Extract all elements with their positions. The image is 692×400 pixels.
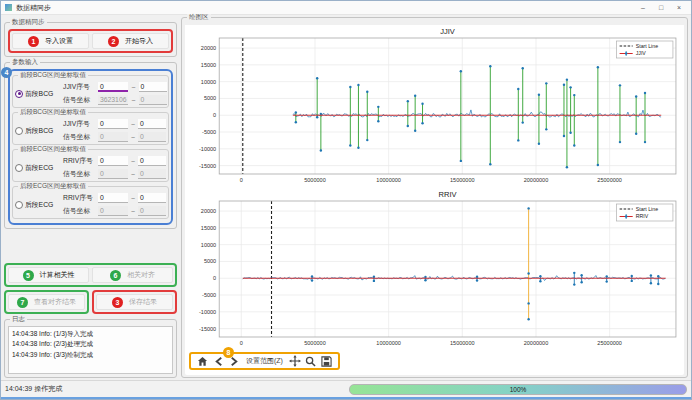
front-ecg-radio[interactable]: 前段ECG [15, 163, 61, 173]
log-group-title: 日志 [10, 316, 27, 323]
svg-text:-5000: -5000 [202, 129, 216, 135]
rriv-chart[interactable]: -15000-10000-500005000100001500020000050… [185, 188, 684, 351]
step-badge-1: 1 [28, 36, 39, 47]
step-badge-7: 7 [17, 297, 28, 308]
svg-text:5000000: 5000000 [304, 340, 325, 346]
jjiv-index-from-input[interactable]: 0 [98, 119, 128, 129]
title-bar: 数据精同步 – □ × [1, 1, 691, 15]
save-result-button[interactable]: 3 保存结果 [96, 294, 173, 310]
svg-text:-15000: -15000 [199, 163, 216, 169]
minimize-button[interactable]: – [635, 2, 651, 13]
back-icon[interactable] [212, 355, 224, 367]
progress-text: 100% [510, 386, 527, 393]
zoom-icon[interactable] [305, 355, 317, 367]
log-line: 14:04:38 Info: (2/3)处理完成 [12, 339, 169, 349]
svg-text:20000000: 20000000 [524, 177, 549, 183]
calc-correlation-label: 计算相关性 [40, 270, 75, 280]
params-group-title: 参数输入 [10, 59, 40, 66]
import-frame: 1 导入设置 2 开始导入 [8, 29, 173, 53]
view-align-result-button[interactable]: 7 查看对齐结果 [8, 294, 85, 310]
svg-text:20000000: 20000000 [524, 340, 549, 346]
set-range-button[interactable]: 设置范围(Z) [244, 356, 285, 366]
progress-bar: 100% [349, 384, 687, 395]
svg-text:15000000: 15000000 [450, 340, 475, 346]
signal-coord-from-input[interactable]: 0 [98, 132, 128, 142]
section-rear-bcg-title: 后段BCG区间坐标取值 [18, 109, 88, 116]
svg-text:0: 0 [213, 275, 216, 281]
toolbar-frame: 8 设置范围(Z) [189, 352, 340, 370]
svg-text:RRIV: RRIV [439, 190, 457, 199]
rear-bcg-radio[interactable]: 后段BCG [15, 126, 61, 136]
rriv-index-from-input[interactable]: 0 [98, 156, 128, 166]
save-icon[interactable] [321, 355, 333, 367]
signal-coord-to-input[interactable]: 0 [138, 206, 166, 216]
svg-text:15000000: 15000000 [450, 177, 475, 183]
log-group: 日志 14:04:38 Info: (1/3)导入完成 14:04:38 Inf… [4, 319, 177, 378]
plot-group: 绘图区 -15000-10000-50000500010000150002000… [181, 17, 688, 378]
section-front-ecg: 前段ECG区间坐标取值 前段ECG RRIV序号 0 ~ [12, 149, 169, 182]
jjiv-index-to-input[interactable]: 0 [139, 82, 167, 92]
svg-text:20000: 20000 [201, 208, 216, 214]
figure-canvas: -15000-10000-500005000100001500020000050… [185, 25, 684, 375]
section-front-bcg-title: 前段BCG区间坐标取值 [18, 72, 88, 79]
step-badge-3: 3 [112, 297, 123, 308]
view-result-frame: 7 查看对齐结果 [4, 290, 89, 314]
maximize-button[interactable]: □ [653, 2, 669, 13]
close-button[interactable]: × [671, 2, 687, 13]
svg-text:JJIV: JJIV [440, 27, 455, 36]
signal-coord-to-input[interactable]: 0 [139, 95, 167, 105]
app-icon [5, 4, 12, 11]
plot-group-title: 绘图区 [187, 14, 211, 21]
save-result-frame: 3 保存结果 [92, 290, 177, 314]
status-bar: 14:04:39 操作完成 100% [1, 380, 691, 397]
svg-text:10000: 10000 [201, 242, 216, 248]
radio-icon [15, 201, 23, 209]
pan-icon[interactable] [289, 355, 301, 367]
log-output[interactable]: 14:04:38 Info: (1/3)导入完成 14:04:38 Info: … [8, 326, 173, 374]
svg-text:Start Line: Start Line [636, 206, 658, 212]
radio-icon [15, 164, 23, 172]
params-group: 参数输入 4 前段BCG区间坐标取值 前段BCG [4, 62, 177, 229]
status-message: 14:04:39 操作完成 [5, 384, 62, 394]
svg-text:20000: 20000 [201, 45, 216, 51]
step-badge-4: 4 [1, 67, 12, 78]
params-frame: 4 前段BCG区间坐标取值 前段BCG JJIV序号 [8, 69, 173, 225]
svg-text:0: 0 [213, 112, 216, 118]
front-bcg-radio[interactable]: 前段BCG [15, 89, 61, 99]
section-rear-ecg: 后段ECG区间坐标取值 后段ECG RRIV序号 0 ~ [12, 186, 169, 219]
log-line: 14:04:39 Info: (3/3)绘制完成 [12, 350, 169, 360]
step-badge-6: 6 [110, 270, 121, 281]
correlation-align-button[interactable]: 6 相关对齐 [92, 267, 173, 283]
rriv-index-from-input[interactable]: 0 [98, 193, 128, 203]
step-badge-2: 2 [108, 36, 119, 47]
jjiv-index-to-input[interactable]: 0 [138, 119, 166, 129]
sync-group-title: 数据精同步 [10, 19, 47, 26]
signal-coord-from-input[interactable]: 0 [98, 169, 128, 179]
svg-text:25000000: 25000000 [597, 340, 622, 346]
signal-coord-to-input[interactable]: 0 [138, 169, 166, 179]
svg-text:5000: 5000 [204, 258, 216, 264]
signal-coord-to-input[interactable]: 0 [138, 132, 166, 142]
jjiv-chart[interactable]: -15000-10000-500005000100001500020000050… [185, 25, 684, 188]
start-import-button[interactable]: 2 开始导入 [92, 33, 169, 49]
correlation-frame: 5 计算相关性 6 相关对齐 [4, 263, 177, 287]
radio-icon [15, 127, 23, 135]
jjiv-index-from-input[interactable]: 0 [98, 82, 128, 92]
import-settings-button[interactable]: 1 导入设置 [12, 33, 89, 49]
section-front-bcg: 前段BCG区间坐标取值 前段BCG JJIV序号 0 ~ [12, 75, 169, 108]
rriv-index-to-input[interactable]: 0 [138, 156, 166, 166]
plot-panel: 绘图区 -15000-10000-50000500010000150002000… [179, 15, 691, 380]
home-icon[interactable] [196, 355, 208, 367]
window-title: 数据精同步 [16, 3, 51, 13]
app-window: 数据精同步 – □ × 数据精同步 1 导入设置 2 开始导入 [0, 0, 692, 400]
import-settings-label: 导入设置 [45, 36, 73, 46]
signal-coord-from-input[interactable]: 3623106 [98, 95, 128, 105]
calc-correlation-button[interactable]: 5 计算相关性 [8, 267, 89, 283]
signal-coord-from-input[interactable]: 0 [98, 206, 128, 216]
window-accent-strip [1, 397, 691, 399]
svg-text:Start Line: Start Line [636, 43, 658, 49]
rriv-index-to-input[interactable]: 0 [138, 193, 166, 203]
rear-ecg-radio[interactable]: 后段ECG [15, 200, 61, 210]
svg-text:0: 0 [240, 177, 243, 183]
save-result-label: 保存结果 [129, 297, 157, 307]
